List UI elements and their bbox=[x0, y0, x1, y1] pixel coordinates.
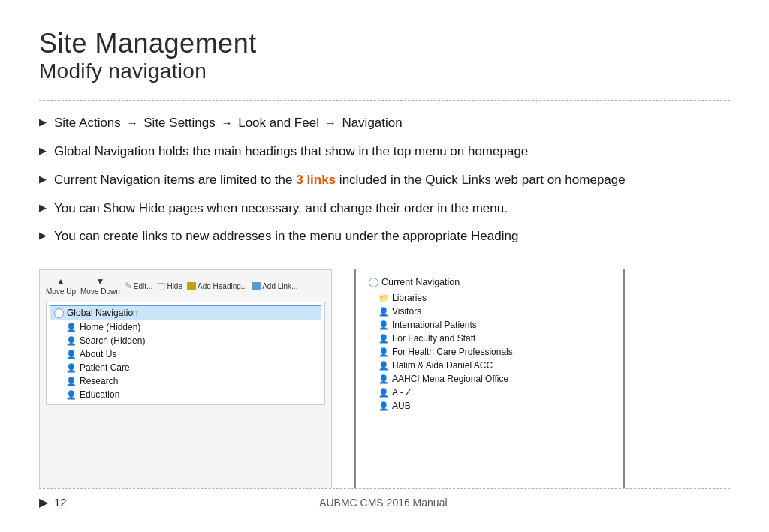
footer-left: ▶ 12 bbox=[39, 495, 67, 509]
bullet-text-3: Current Navigation items are limited to … bbox=[54, 171, 730, 189]
about-icon: 👤 bbox=[66, 349, 77, 359]
screenshot-left: ▲ Move Up ▼ Move Down ✎ Edit... ◫ Hide bbox=[39, 269, 332, 488]
global-nav-item[interactable]: Global Navigation bbox=[50, 305, 321, 320]
edit-button[interactable]: ✎ Edit... bbox=[125, 281, 153, 291]
search-label: Search (Hidden) bbox=[80, 335, 145, 346]
nav-item-home[interactable]: 👤 Home (Hidden) bbox=[50, 320, 321, 334]
nav-item-about[interactable]: 👤 About Us bbox=[50, 347, 321, 361]
bullet3-before: Current Navigation items are limited to … bbox=[54, 173, 296, 187]
healthcare-label: For Health Care Professionals bbox=[392, 347, 513, 357]
right-item-halim[interactable]: 👤 Halim & Aida Daniel ACC bbox=[365, 359, 614, 372]
title-main: Site Management bbox=[39, 29, 730, 59]
home-icon: 👤 bbox=[66, 322, 77, 332]
bullet-item-3: ▶ Current Navigation items are limited t… bbox=[39, 171, 730, 189]
slide: Site Management Modify navigation ▶ Site… bbox=[0, 0, 769, 532]
education-icon: 👤 bbox=[66, 389, 77, 400]
halim-icon: 👤 bbox=[378, 360, 389, 371]
home-label: Home (Hidden) bbox=[80, 322, 140, 332]
top-divider bbox=[39, 100, 730, 101]
screenshots-section: ▲ Move Up ▼ Move Down ✎ Edit... ◫ Hide bbox=[39, 269, 730, 488]
bullet-arrow-4: ▶ bbox=[39, 201, 47, 215]
move-down-label: Move Down bbox=[80, 287, 120, 296]
research-label: Research bbox=[80, 376, 118, 386]
page-number: 12 bbox=[54, 496, 67, 509]
intl-patients-icon: 👤 bbox=[378, 320, 389, 330]
navigation-text: Navigation bbox=[342, 116, 402, 130]
faculty-label: For Faculty and Staff bbox=[392, 333, 475, 344]
halim-label: Halim & Aida Daniel ACC bbox=[392, 360, 493, 371]
edit-icon: ✎ bbox=[125, 281, 132, 291]
bullet-arrow-2: ▶ bbox=[39, 144, 47, 158]
hide-button[interactable]: ◫ Hide bbox=[157, 281, 182, 291]
nav-item-research[interactable]: 👤 Research bbox=[50, 374, 321, 388]
bullet-arrow-3: ▶ bbox=[39, 173, 47, 186]
footer-divider bbox=[39, 488, 730, 489]
aahci-label: AAHCI Mena Regional Office bbox=[392, 374, 508, 384]
bullet-text-1: Site Actions → Site Settings → Look and … bbox=[54, 114, 730, 132]
patient-care-icon: 👤 bbox=[66, 362, 77, 373]
bullet-item-1: ▶ Site Actions → Site Settings → Look an… bbox=[39, 114, 730, 132]
bullet3-after: included in the Quick Links web part on … bbox=[336, 173, 626, 187]
education-label: Education bbox=[80, 389, 119, 400]
right-nav-tree: Current Navigation 📁 Libraries 👤 Visitor… bbox=[365, 275, 614, 413]
add-heading-label: Add Heading... bbox=[198, 282, 247, 290]
footer: ▶ 12 AUBMC CMS 2016 Manual bbox=[39, 495, 730, 509]
edit-label: Edit... bbox=[134, 282, 153, 290]
nav-item-education[interactable]: 👤 Education bbox=[50, 388, 321, 401]
bullet-text-5: You can create links to new addresses in… bbox=[54, 227, 730, 245]
healthcare-icon: 👤 bbox=[378, 347, 389, 357]
aub-icon: 👤 bbox=[378, 401, 389, 411]
bullet-item-2: ▶ Global Navigation holds the main headi… bbox=[39, 143, 730, 161]
nav-tree-left: Global Navigation 👤 Home (Hidden) 👤 Sear… bbox=[46, 302, 325, 405]
right-item-aub[interactable]: 👤 AUB bbox=[365, 399, 614, 413]
move-up-icon: ▲ bbox=[56, 276, 65, 287]
right-item-faculty[interactable]: 👤 For Faculty and Staff bbox=[365, 332, 614, 345]
bullet-text-4: You can Show Hide pages when necessary, … bbox=[54, 200, 730, 218]
az-icon: 👤 bbox=[378, 387, 389, 398]
move-down-button[interactable]: ▼ Move Down bbox=[80, 276, 120, 296]
header: Site Management Modify navigation bbox=[39, 29, 730, 83]
visitors-icon: 👤 bbox=[378, 306, 389, 317]
add-link-button[interactable]: Add Link... bbox=[252, 282, 297, 290]
libraries-label: Libraries bbox=[392, 293, 427, 303]
nav-item-search[interactable]: 👤 Search (Hidden) bbox=[50, 334, 321, 347]
right-item-az[interactable]: 👤 A - Z bbox=[365, 386, 614, 399]
intl-patients-label: International Patients bbox=[392, 320, 477, 330]
bullet3-highlight: 3 links bbox=[296, 173, 336, 187]
bullet-arrow-1: ▶ bbox=[39, 116, 47, 129]
patient-care-label: Patient Care bbox=[80, 362, 130, 373]
bullet-list: ▶ Site Actions → Site Settings → Look an… bbox=[39, 114, 730, 256]
faculty-icon: 👤 bbox=[378, 333, 389, 344]
aahci-icon: 👤 bbox=[378, 374, 389, 384]
right-item-visitors[interactable]: 👤 Visitors bbox=[365, 305, 614, 318]
current-nav-icon bbox=[368, 277, 378, 287]
add-link-icon bbox=[252, 282, 261, 290]
visitors-label: Visitors bbox=[392, 306, 421, 317]
right-item-libraries[interactable]: 📁 Libraries bbox=[365, 291, 614, 305]
hide-icon: ◫ bbox=[157, 281, 165, 291]
global-nav-icon bbox=[53, 308, 64, 318]
title-sub: Modify navigation bbox=[39, 59, 730, 84]
add-link-label: Add Link... bbox=[262, 282, 297, 290]
add-heading-icon bbox=[187, 282, 196, 290]
about-label: About Us bbox=[80, 349, 116, 359]
bullet-item-5: ▶ You can create links to new addresses … bbox=[39, 227, 730, 245]
right-item-healthcare[interactable]: 👤 For Health Care Professionals bbox=[365, 345, 614, 359]
global-nav-label: Global Navigation bbox=[67, 308, 138, 318]
right-item-intl-patients[interactable]: 👤 International Patients bbox=[365, 318, 614, 332]
az-label: A - Z bbox=[392, 387, 411, 398]
right-item-aahci[interactable]: 👤 AAHCI Mena Regional Office bbox=[365, 372, 614, 386]
add-heading-button[interactable]: Add Heading... bbox=[187, 282, 247, 290]
search-nav-icon: 👤 bbox=[66, 335, 77, 346]
screenshot-right: Current Navigation 📁 Libraries 👤 Visitor… bbox=[354, 269, 625, 488]
libraries-icon: 📁 bbox=[378, 293, 389, 303]
nav-item-patient-care[interactable]: 👤 Patient Care bbox=[50, 361, 321, 374]
research-icon: 👤 bbox=[66, 376, 77, 386]
current-nav-label: Current Navigation bbox=[381, 277, 460, 287]
move-up-button[interactable]: ▲ Move Up bbox=[46, 276, 76, 296]
move-down-icon: ▼ bbox=[95, 276, 104, 287]
bullet-arrow-5: ▶ bbox=[39, 229, 47, 242]
footer-center-text: AUBMC CMS 2016 Manual bbox=[319, 497, 447, 509]
bullet-item-4: ▶ You can Show Hide pages when necessary… bbox=[39, 200, 730, 218]
hide-label: Hide bbox=[167, 282, 182, 290]
